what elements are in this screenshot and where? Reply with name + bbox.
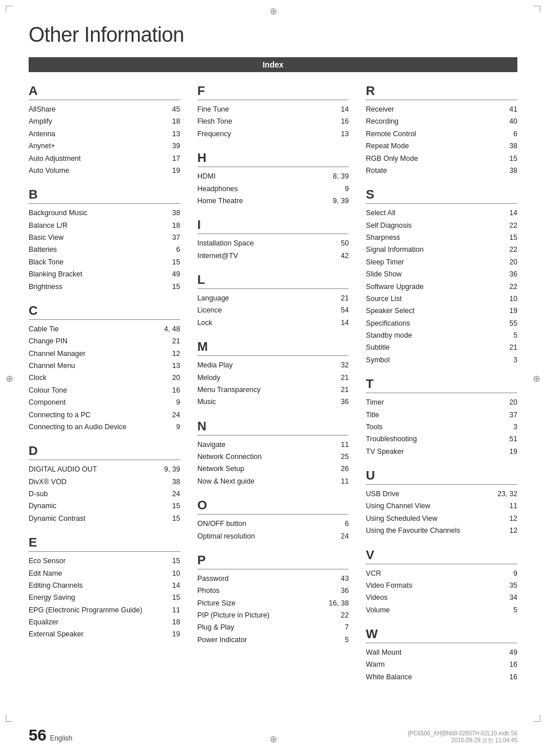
index-item: Title37 <box>366 409 517 421</box>
item-page: 36 <box>341 397 349 407</box>
item-label: RGB Only Mode <box>366 153 418 164</box>
index-columns: AAllShare45Amplify18Antenna13Anynet+39Au… <box>29 84 517 694</box>
index-item: Blanking Bracket49 <box>29 268 180 280</box>
index-item: Now & Next guide11 <box>197 476 349 488</box>
index-item: Software Upgrade22 <box>366 281 517 293</box>
item-page: 45 <box>172 104 180 115</box>
index-item: Eco Sensor15 <box>29 555 180 567</box>
index-item: Change PIN21 <box>29 335 180 347</box>
item-label: Recording <box>366 116 398 127</box>
item-label: Standby mode <box>366 330 412 341</box>
item-label: Component <box>29 397 66 408</box>
item-label: Batteries <box>29 244 57 255</box>
index-item: VCR9 <box>366 568 517 580</box>
item-label: Flesh Tone <box>197 116 232 127</box>
item-label: TV Speaker <box>366 446 403 457</box>
item-page: 15 <box>172 501 180 512</box>
index-item: Basic View37 <box>29 232 180 244</box>
index-item: Wall Mount49 <box>366 647 517 659</box>
item-label: Password <box>197 573 229 584</box>
item-label: Background Music <box>29 208 88 219</box>
section-letter-O: O <box>197 498 349 514</box>
index-item: EPG (Electronic Programme Guide)11 <box>29 604 180 616</box>
section-letter-E: E <box>29 535 180 552</box>
index-item: Melody21 <box>197 372 349 384</box>
item-label: Channel Manager <box>29 349 85 359</box>
index-item: Power Indicator5 <box>197 634 349 646</box>
item-page: 34 <box>509 592 517 603</box>
item-page: 37 <box>509 410 517 421</box>
item-label: Language <box>197 293 230 304</box>
index-item: TV Speaker19 <box>366 446 517 458</box>
index-item: Using the Favourite Channels12 <box>366 525 517 537</box>
item-page: 20 <box>172 373 180 383</box>
item-page: 55 <box>509 318 517 329</box>
item-page: 5 <box>513 330 517 341</box>
index-item: Editing Channels14 <box>29 580 180 592</box>
item-page: 22 <box>509 220 517 231</box>
footer-info: [PC6500_XH]BN68-02807H-02L10.indb 56 201… <box>408 730 517 745</box>
index-item: Energy Saving15 <box>29 592 180 604</box>
section-L: LLanguage21Licence54Lock14 <box>197 272 349 329</box>
section-I: IInstallation Space50Internet@TV42 <box>197 217 349 262</box>
item-page: 18 <box>172 220 180 231</box>
index-item: ON/OFF button6 <box>197 518 349 530</box>
item-page: 6 <box>345 518 349 529</box>
index-item: Select All14 <box>366 207 517 219</box>
item-page: 15 <box>172 257 180 268</box>
item-label: Sharpness <box>366 232 400 243</box>
item-page: 21 <box>509 342 517 353</box>
item-page: 13 <box>172 361 180 371</box>
page-number: 56 <box>29 726 46 745</box>
index-item: Antenna13 <box>29 128 180 140</box>
item-page: 43 <box>341 573 349 584</box>
item-label: Black Tone <box>29 257 64 268</box>
index-item: Language21 <box>197 292 349 304</box>
item-label: Receiver <box>366 104 394 115</box>
index-item: DivX® VOD38 <box>29 476 180 488</box>
item-page: 15 <box>509 232 517 243</box>
item-page: 24 <box>341 531 349 542</box>
index-item: Speaker Select19 <box>366 305 517 317</box>
item-label: Frequency <box>197 129 231 140</box>
item-label: Self Diagnosis <box>366 220 412 231</box>
item-label: Connecting to an Audio Device <box>29 422 126 433</box>
corner-mark-tl <box>6 6 13 13</box>
item-page: 13 <box>172 129 180 140</box>
item-page: 6 <box>176 244 180 255</box>
item-label: Network Setup <box>197 464 244 474</box>
section-B: BBackground Music38Balance L/R18Basic Vi… <box>29 187 180 293</box>
index-item: Dynamic15 <box>29 500 180 512</box>
item-label: External Speaker <box>29 629 84 640</box>
index-item: Home Theatre9, 39 <box>197 195 349 207</box>
item-label: Source List <box>366 294 402 304</box>
index-item: DIGITAL AUDIO OUT9, 39 <box>29 464 180 476</box>
index-item: Internet@TV42 <box>197 250 349 262</box>
item-label: HDMI <box>197 171 216 182</box>
item-label: Anynet+ <box>29 141 55 152</box>
item-label: Amplify <box>29 116 52 127</box>
item-page: 41 <box>509 104 517 115</box>
item-label: Now & Next guide <box>197 476 255 487</box>
item-label: Sleep Timer <box>366 257 404 268</box>
item-label: Tools <box>366 422 382 433</box>
item-page: 14 <box>341 318 349 328</box>
item-page: 21 <box>341 385 349 395</box>
item-label: Clock <box>29 373 46 383</box>
item-label: Equalizer <box>29 617 58 628</box>
item-page: 19 <box>509 446 517 457</box>
item-page: 19 <box>172 629 180 640</box>
item-label: Colour Tone <box>29 385 67 396</box>
item-page: 38 <box>172 208 180 219</box>
item-label: Menu Transparency <box>197 385 260 395</box>
index-item: Clock20 <box>29 372 180 384</box>
item-label: Home Theatre <box>197 196 243 207</box>
item-page: 15 <box>172 282 180 292</box>
section-letter-U: U <box>366 468 517 485</box>
section-C: CCable Tie4, 48Change PIN21Channel Manag… <box>29 303 180 433</box>
column-2: RReceiver41Recording40Remote Control6Rep… <box>366 84 517 694</box>
index-item: Media Play32 <box>197 359 349 371</box>
item-page: 22 <box>341 610 349 621</box>
item-page: 23, 32 <box>497 489 517 500</box>
item-label: AllShare <box>29 104 56 115</box>
